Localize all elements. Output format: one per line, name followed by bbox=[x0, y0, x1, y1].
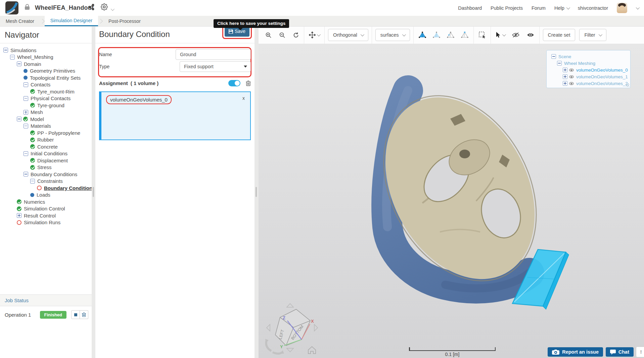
collapse-icon[interactable] bbox=[24, 172, 28, 176]
scene-tree-item[interactable]: Wheel Meshing bbox=[547, 60, 630, 67]
resize-handle[interactable] bbox=[626, 83, 629, 87]
simscale-logo-icon[interactable] bbox=[5, 1, 18, 14]
navigator-tree-item[interactable]: Concrete bbox=[0, 143, 92, 150]
type-select[interactable]: Fixed support bbox=[180, 61, 251, 72]
expand-icon[interactable] bbox=[563, 81, 567, 86]
select-face-button[interactable] bbox=[431, 30, 442, 40]
navigator-tree-item[interactable]: Result Control bbox=[0, 212, 92, 219]
assignment-delete-icon[interactable] bbox=[246, 80, 251, 86]
projection-dropdown[interactable]: Orthogonal bbox=[328, 29, 368, 41]
assignment-toggle[interactable] bbox=[228, 80, 240, 86]
navigator-tree-item[interactable]: Initial Conditions bbox=[0, 150, 92, 157]
tab-simulation-designer[interactable]: Simulation Designer bbox=[45, 16, 98, 26]
chat-button[interactable]: Chat bbox=[606, 347, 634, 357]
viewport-canvas[interactable]: SceneWheel MeshingvolumeOnGeoVolumes_0vo… bbox=[259, 44, 644, 358]
collapse-icon[interactable] bbox=[24, 96, 28, 101]
navigator-tree-item[interactable]: Simulations bbox=[0, 47, 92, 54]
navigator-tree-item[interactable]: Constraints bbox=[0, 178, 92, 185]
navigation-cube[interactable]: BOTTOM LEFT X Y Z bbox=[261, 295, 328, 358]
panel-resize-divider[interactable] bbox=[255, 26, 259, 358]
scene-tree-item[interactable]: Scene bbox=[547, 53, 630, 60]
expand-icon[interactable] bbox=[24, 110, 28, 115]
scene-tree-item[interactable]: volumeOnGeoVolumes_2 bbox=[547, 80, 630, 87]
navigator-tree-item[interactable]: Loads bbox=[0, 192, 92, 199]
navigator-tree-item[interactable]: Geometry Primitives bbox=[0, 68, 92, 75]
select-volume-button[interactable] bbox=[417, 30, 428, 40]
filter-dropdown[interactable]: Filter bbox=[579, 29, 606, 41]
navigator-tree-item[interactable]: Rubber bbox=[0, 136, 92, 144]
collapse-icon[interactable] bbox=[3, 48, 8, 52]
view-right-arrow[interactable] bbox=[314, 324, 318, 331]
navigator-tree-item[interactable]: Mesh bbox=[0, 109, 92, 116]
view-up-arrow[interactable] bbox=[287, 304, 293, 307]
share-icon[interactable] bbox=[88, 4, 95, 10]
rotate-view-arrows[interactable] bbox=[266, 340, 282, 354]
scene-tree-item[interactable]: volumeOnGeoVolumes_0 bbox=[547, 67, 630, 73]
collapse-icon[interactable] bbox=[17, 62, 21, 66]
navigator-tree-item[interactable]: Topological Entity Sets bbox=[0, 74, 92, 81]
job-delete-button[interactable] bbox=[80, 310, 88, 319]
visibility-icon[interactable] bbox=[569, 75, 574, 79]
user-menu-chevron-icon[interactable] bbox=[636, 5, 640, 9]
nav-dashboard[interactable]: Dashboard bbox=[458, 5, 482, 11]
report-issue-button[interactable]: Report an issue bbox=[548, 347, 603, 357]
navigator-tree-item[interactable]: Contacts bbox=[0, 81, 92, 88]
expand-icon[interactable] bbox=[17, 213, 21, 218]
assigned-volume-chip[interactable]: volumeOnGeoVolumes_0 bbox=[106, 95, 172, 104]
view-left-arrow[interactable] bbox=[267, 324, 270, 331]
navigator-tree-item[interactable]: Tyre_mount-Rim bbox=[0, 88, 92, 95]
collapse-icon[interactable] bbox=[24, 124, 28, 128]
navigator-tree-item[interactable]: Simulation Runs bbox=[0, 219, 92, 226]
settings-gear-icon[interactable] bbox=[101, 3, 108, 10]
tab-post-processor[interactable]: Post-Processor bbox=[103, 16, 146, 26]
collapse-icon[interactable] bbox=[24, 82, 28, 87]
nav-public-projects[interactable]: Public Projects bbox=[491, 5, 523, 11]
remove-assignment-button[interactable]: x bbox=[242, 95, 245, 101]
navigator-tree-item[interactable]: Boundary Condition 1 bbox=[0, 185, 92, 192]
navigator-tree-item[interactable]: Physical Contacts bbox=[0, 95, 92, 102]
box-select-button[interactable] bbox=[477, 30, 487, 40]
select-node-button[interactable] bbox=[459, 30, 470, 40]
collapse-icon[interactable] bbox=[30, 179, 35, 184]
reset-view-icon[interactable] bbox=[291, 31, 301, 40]
home-view-icon[interactable] bbox=[308, 347, 316, 354]
view-down-arrow[interactable] bbox=[287, 348, 293, 352]
collapse-icon[interactable] bbox=[557, 61, 562, 66]
zoom-out-button[interactable] bbox=[278, 31, 287, 40]
visibility-icon[interactable] bbox=[569, 68, 574, 72]
nav-forum[interactable]: Forum bbox=[532, 5, 546, 11]
navigator-tree-item[interactable]: Tyre-ground bbox=[0, 102, 92, 109]
job-stop-button[interactable] bbox=[71, 310, 80, 319]
notification-button[interactable]: ! bbox=[636, 347, 644, 357]
navigator-tree-item[interactable]: Model bbox=[0, 116, 92, 123]
navigator-tree-item[interactable]: PP - Polypropylene bbox=[0, 129, 92, 136]
navigator-tree-item[interactable]: Stress bbox=[0, 164, 92, 171]
hide-selection-button[interactable] bbox=[510, 31, 521, 39]
user-avatar[interactable] bbox=[617, 3, 627, 13]
render-mode-dropdown[interactable]: surfaces bbox=[375, 29, 410, 41]
navigator-tree-item[interactable]: Simulation Control bbox=[0, 205, 92, 212]
nav-help[interactable]: Help bbox=[554, 5, 569, 11]
navigator-tree-item[interactable]: Domain bbox=[0, 61, 92, 68]
expand-icon[interactable] bbox=[563, 68, 567, 72]
pan-tool-button[interactable] bbox=[308, 30, 321, 40]
create-set-button[interactable]: Create set bbox=[543, 29, 576, 41]
zoom-in-button[interactable] bbox=[264, 31, 273, 40]
navigator-tree-item[interactable]: Materials bbox=[0, 123, 92, 130]
selection-mode-dropdown[interactable] bbox=[494, 31, 506, 39]
navigator-tree-item[interactable]: Displacement bbox=[0, 157, 92, 164]
show-all-button[interactable] bbox=[525, 31, 536, 39]
navigator-tree-item[interactable]: Boundary Conditions bbox=[0, 171, 92, 178]
name-input[interactable] bbox=[176, 49, 251, 60]
scene-tree-item[interactable]: volumeOnGeoVolumes_1 bbox=[547, 73, 630, 80]
collapse-icon[interactable] bbox=[17, 117, 21, 121]
collapse-icon[interactable] bbox=[24, 151, 28, 156]
visibility-icon[interactable] bbox=[569, 81, 574, 85]
collapse-icon[interactable] bbox=[551, 54, 556, 59]
panel-resize-divider[interactable] bbox=[92, 26, 95, 358]
select-edge-button[interactable] bbox=[445, 30, 456, 40]
navigator-tree-item[interactable]: Wheel_Meshing bbox=[0, 54, 92, 61]
tab-mesh-creator[interactable]: Mesh Creator bbox=[0, 16, 40, 26]
gear-chevron-icon[interactable] bbox=[111, 6, 113, 12]
navigator-tree-item[interactable]: Numerics bbox=[0, 198, 92, 205]
